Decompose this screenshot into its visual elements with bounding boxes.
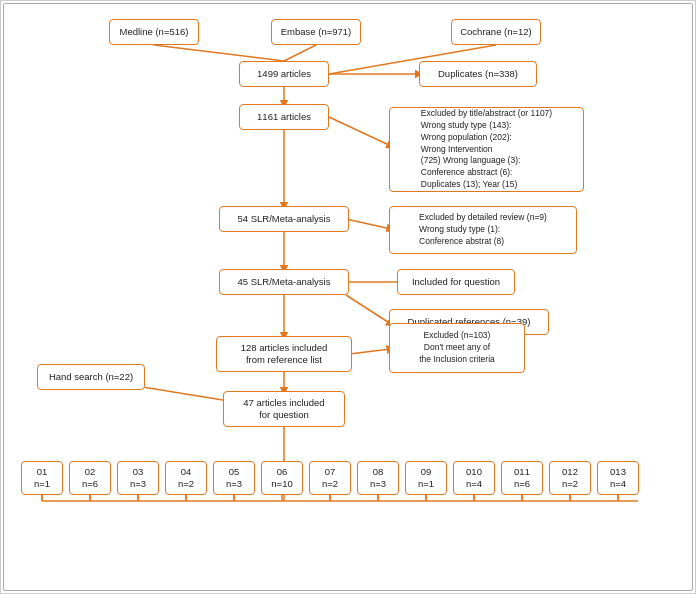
prisma-diagram: Medline (n=516) Embase (n=971) Cochrane … [0,0,696,594]
excluded-1107-box: Excluded by title/abstract (or 1107)Wron… [389,107,584,192]
q09-box: 09n=1 [405,461,447,495]
articles-1161-box: 1161 articles [239,104,329,130]
diagram-border [3,3,693,591]
cochrane-box: Cochrane (n=12) [451,19,541,45]
excluded-9-box: Excluded by detailed review (n=9)Wrong s… [389,206,577,254]
slr-45-box: 45 SLR/Meta-analysis [219,269,349,295]
included-question-box: Included for question [397,269,515,295]
svg-line-5 [329,117,391,146]
svg-line-12 [349,349,391,354]
connector-lines [1,1,696,594]
hand-search-box: Hand search (n=22) [37,364,145,390]
q05-box: 05n=3 [213,461,255,495]
q03-box: 03n=3 [117,461,159,495]
q02-box: 02n=6 [69,461,111,495]
articles-1499-box: 1499 articles [239,61,329,87]
q010-box: 010n=4 [453,461,495,495]
q01-box: 01n=1 [21,461,63,495]
q06-box: 06n=10 [261,461,303,495]
svg-line-10 [346,295,391,324]
q04-box: 04n=2 [165,461,207,495]
medline-box: Medline (n=516) [109,19,199,45]
q011-box: 011n=6 [501,461,543,495]
excluded-103-box: Excluded (n=103)Don't meet any ofthe Inc… [389,323,525,373]
svg-line-0 [154,45,284,61]
q012-box: 012n=2 [549,461,591,495]
svg-line-7 [346,219,391,229]
q07-box: 07n=2 [309,461,351,495]
svg-line-1 [284,45,316,61]
embase-box: Embase (n=971) [271,19,361,45]
articles-128-box: 128 articles includedfrom reference list [216,336,352,372]
articles-47-box: 47 articles includedfor question [223,391,345,427]
q013-box: 013n=4 [597,461,639,495]
q08-box: 08n=3 [357,461,399,495]
duplicates-338-box: Duplicates (n=338) [419,61,537,87]
slr-54-box: 54 SLR/Meta-analysis [219,206,349,232]
